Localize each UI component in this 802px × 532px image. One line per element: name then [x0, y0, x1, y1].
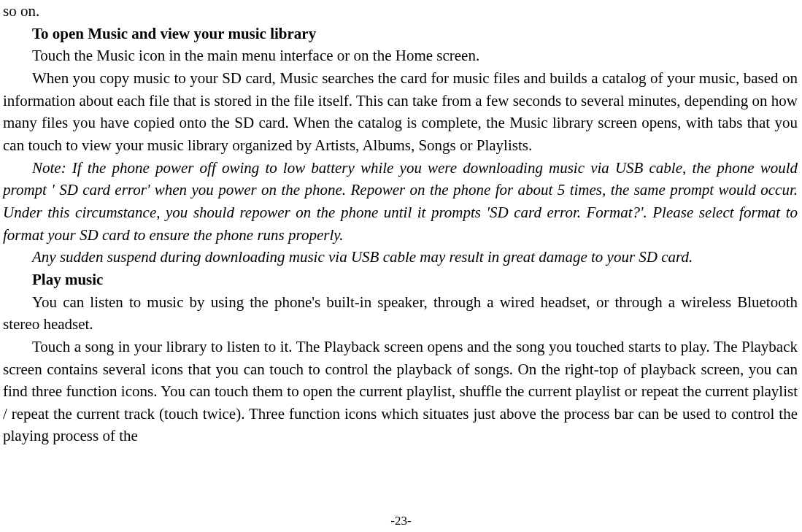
- heading-open-music: To open Music and view your music librar…: [3, 23, 798, 45]
- paragraph-playback-screen: Touch a song in your library to listen t…: [3, 336, 798, 447]
- document-page: so on. To open Music and view your music…: [0, 0, 802, 532]
- page-number: -23-: [0, 512, 802, 531]
- heading-play-music: Play music: [3, 269, 798, 291]
- paragraph-copy-music: When you copy music to your SD card, Mus…: [3, 67, 798, 157]
- paragraph-listen-music: You can listen to music by using the pho…: [3, 291, 798, 336]
- fragment-line: so on.: [3, 0, 798, 23]
- note-sudden-suspend: Any sudden suspend during downloading mu…: [3, 246, 798, 269]
- note-sd-card-error: Note: If the phone power off owing to lo…: [3, 157, 798, 247]
- paragraph-touch-icon: Touch the Music icon in the main menu in…: [3, 45, 798, 67]
